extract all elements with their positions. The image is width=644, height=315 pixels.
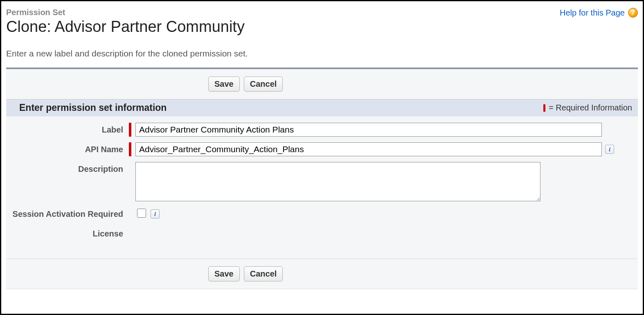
button-bar-top: Save Cancel	[6, 69, 638, 99]
row-session-activation: Session Activation Required i	[6, 207, 638, 221]
form-area: Label API Name i Description	[6, 116, 638, 259]
required-indicator-icon	[543, 104, 545, 112]
row-description: Description	[6, 162, 638, 201]
required-mark-icon	[129, 142, 131, 156]
page-title: Clone: Advisor Partner Community	[6, 18, 245, 36]
help-icon: ?	[628, 8, 638, 18]
info-icon[interactable]: i	[151, 209, 160, 218]
breadcrumb: Permission Set	[6, 5, 245, 17]
label-description: Description	[6, 162, 129, 174]
label-license: License	[6, 227, 129, 239]
save-button[interactable]: Save	[208, 76, 240, 92]
row-label: Label	[6, 123, 638, 137]
cancel-button[interactable]: Cancel	[244, 266, 283, 281]
header-left: Permission Set Clone: Advisor Partner Co…	[6, 5, 245, 41]
page-container: Permission Set Clone: Advisor Partner Co…	[0, 0, 644, 315]
instructions-text: Enter a new label and description for th…	[6, 49, 638, 59]
section-header: Enter permission set information = Requi…	[6, 99, 638, 116]
required-note-text: = Required Information	[549, 103, 632, 112]
row-api-name: API Name i	[6, 142, 638, 156]
label-api-name: API Name	[6, 142, 129, 154]
required-mark-icon	[129, 123, 131, 137]
api-name-input[interactable]	[135, 142, 602, 156]
required-note: = Required Information	[543, 103, 632, 112]
save-button[interactable]: Save	[208, 266, 240, 281]
button-bar-bottom: Save Cancel	[6, 259, 638, 289]
description-textarea[interactable]	[135, 162, 540, 201]
help-link[interactable]: Help for this Page ?	[560, 5, 638, 18]
label-input[interactable]	[135, 123, 602, 137]
row-license: License	[6, 227, 638, 241]
page-header: Permission Set Clone: Advisor Partner Co…	[6, 5, 638, 41]
session-activation-checkbox[interactable]	[137, 209, 146, 218]
cancel-button[interactable]: Cancel	[244, 76, 283, 92]
label-label: Label	[6, 123, 129, 135]
form-panel: Save Cancel Enter permission set informa…	[6, 68, 638, 289]
help-link-label: Help for this Page	[560, 8, 625, 18]
section-title: Enter permission set information	[19, 102, 167, 113]
label-session-activation: Session Activation Required	[6, 207, 129, 219]
info-icon[interactable]: i	[605, 145, 614, 154]
